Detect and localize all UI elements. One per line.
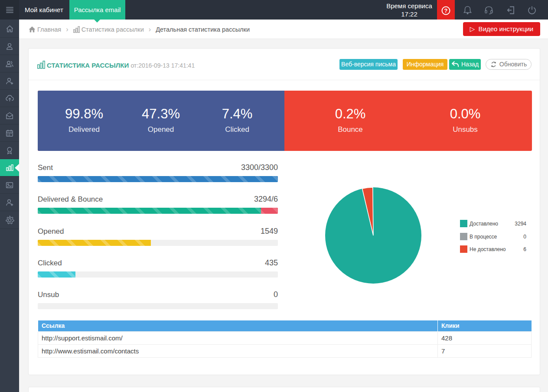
svg-text:?: ? (444, 7, 448, 14)
